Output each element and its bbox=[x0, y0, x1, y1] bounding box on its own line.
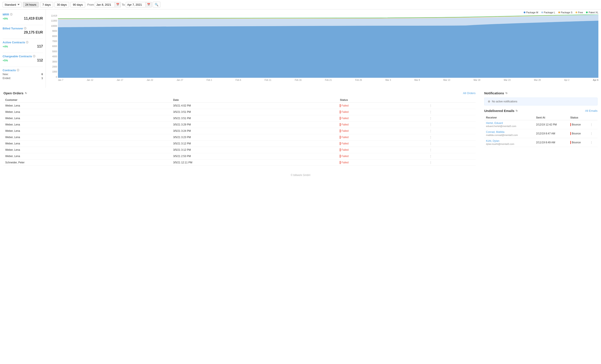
order-status: Failed bbox=[338, 103, 427, 109]
legend-paket-xl: Paket XL bbox=[586, 11, 598, 14]
table-row: Schneider, Peter 3/5/21 12:11 PM Failed … bbox=[3, 160, 476, 166]
notif-empty-text: No active notifications bbox=[492, 100, 517, 103]
email-receiver: Conrad, Matilda matilda.conrad@mental3.c… bbox=[484, 129, 534, 138]
status-bar bbox=[340, 142, 341, 145]
order-date: 3/5/21 3:51 PM bbox=[171, 109, 338, 115]
notif-empty-dot bbox=[488, 101, 490, 103]
undelivered-emails-title: Undelivered Emails ↻ bbox=[484, 109, 518, 113]
contracts-new-row: New: 6 bbox=[3, 73, 43, 76]
status-text: Failed bbox=[341, 111, 349, 113]
chargeable-contracts-info-icon[interactable]: ⓘ bbox=[33, 55, 35, 58]
active-contracts-block: Active Contracts ⓘ +4% 117 bbox=[3, 41, 43, 48]
order-action[interactable]: ⋮ bbox=[427, 147, 476, 153]
status-bar bbox=[340, 111, 341, 113]
order-action[interactable]: ⋮ bbox=[427, 128, 476, 134]
active-contracts-info-icon[interactable]: ⓘ bbox=[26, 41, 28, 44]
notifications-refresh-icon[interactable]: ↻ bbox=[505, 92, 508, 95]
col-email-action bbox=[588, 115, 598, 120]
table-row: Weber, Lena 3/5/21 3:23 PM Failed ⋮ bbox=[3, 134, 476, 141]
notifications-panel: Notifications ↻ No active notifications bbox=[484, 91, 598, 105]
receiver-name-link[interactable]: Kühl, Dylan bbox=[486, 139, 499, 142]
table-row: Weber, Lena 3/5/21 2:53 PM Failed ⋮ bbox=[3, 153, 476, 160]
legend-dot-free bbox=[576, 11, 577, 13]
all-orders-link[interactable]: All Orders bbox=[463, 91, 476, 95]
contracts-info-icon[interactable]: ⓘ bbox=[17, 69, 19, 72]
metrics-sidebar: MRR ⓘ +9% 11,419 EUR Billed Turnover ⓘ 2… bbox=[0, 9, 46, 88]
footer: © billwerk GmbH bbox=[0, 169, 601, 181]
order-action[interactable]: ⋮ bbox=[427, 141, 476, 147]
email-status: Bounce bbox=[569, 129, 588, 138]
notifications-header: Notifications ↻ bbox=[484, 91, 598, 95]
all-emails-link[interactable]: All Emails bbox=[585, 109, 598, 112]
open-orders-refresh-icon[interactable]: ↻ bbox=[25, 92, 27, 95]
undelivered-emails-refresh-icon[interactable]: ↻ bbox=[516, 109, 518, 112]
to-label: To bbox=[122, 3, 125, 6]
order-action[interactable]: ⋮ bbox=[427, 115, 476, 121]
contracts-ended-label: Ended: bbox=[3, 77, 11, 80]
active-contracts-value: 117 bbox=[37, 44, 43, 48]
mrr-info-icon[interactable]: ⓘ bbox=[10, 13, 12, 16]
mrr-value-row: +9% 11,419 EUR bbox=[3, 17, 43, 20]
table-row: Weber, Lena 3/5/21 4:02 PM Failed ⋮ bbox=[3, 103, 476, 109]
order-status: Failed bbox=[338, 134, 427, 141]
email-receiver: Hertel, Eduard eduard.hertel@mental3.com bbox=[484, 120, 534, 129]
to-date-wrapper: 📅 bbox=[126, 2, 152, 7]
order-date: 3/5/21 3:29 PM bbox=[171, 121, 338, 128]
billed-turnover-block: Billed Turnover ⓘ 29,175 EUR bbox=[3, 27, 43, 34]
receiver-email: dylan.kuehl@mental3.com bbox=[486, 143, 514, 145]
status-bar bbox=[340, 148, 341, 152]
billed-turnover-info-icon[interactable]: ⓘ bbox=[24, 27, 26, 30]
order-action[interactable]: ⋮ bbox=[427, 134, 476, 141]
col-receiver: Receiver bbox=[484, 115, 534, 120]
col-date: Date bbox=[171, 98, 338, 103]
status-text: Failed bbox=[341, 136, 349, 139]
chart-svg-container: Jan 7 Jan 12 Jan 17 Jan 22 Jan 27 Feb 1 … bbox=[58, 15, 598, 82]
chart-legend: Package M Package L Package S Free Paket… bbox=[48, 11, 598, 14]
list-item: Hertel, Eduard eduard.hertel@mental3.com… bbox=[484, 120, 598, 129]
email-action[interactable]: ⋮ bbox=[588, 120, 598, 129]
status-bar bbox=[340, 123, 341, 126]
legend-package-s: Package S bbox=[558, 11, 572, 14]
status-bar bbox=[340, 117, 341, 120]
mrr-block: MRR ⓘ +9% 11,419 EUR bbox=[3, 13, 43, 20]
status-text: Failed bbox=[341, 142, 349, 145]
active-contracts-value-row: +4% 117 bbox=[3, 44, 43, 48]
chart-area-package-m bbox=[58, 21, 598, 78]
table-row: Weber, Lena 3/5/21 3:29 PM Failed ⋮ bbox=[3, 121, 476, 128]
from-date-input[interactable] bbox=[95, 2, 115, 7]
col-email-status: Status bbox=[569, 115, 588, 120]
receiver-name-link[interactable]: Conrad, Matilda bbox=[486, 131, 504, 133]
email-sent-at: 2/12/19 12:42 PM bbox=[534, 120, 569, 129]
to-calendar-icon[interactable]: 📅 bbox=[146, 2, 152, 7]
order-action[interactable]: ⋮ bbox=[427, 103, 476, 109]
from-calendar-icon[interactable]: 📅 bbox=[115, 2, 121, 7]
preset-select[interactable]: Standard Custom bbox=[3, 2, 21, 7]
order-action[interactable]: ⋮ bbox=[427, 160, 476, 166]
open-orders-header: Open Orders ↻ All Orders bbox=[3, 91, 476, 95]
order-status: Failed bbox=[338, 147, 427, 153]
order-date: 3/5/21 12:11 PM bbox=[171, 160, 338, 166]
email-action[interactable]: ⋮ bbox=[588, 138, 598, 147]
date-range: From 📅 To 📅 🔍 bbox=[87, 2, 160, 7]
order-customer: Weber, Lena bbox=[3, 147, 171, 153]
receiver-name-link[interactable]: Hertel, Eduard bbox=[486, 121, 503, 125]
30d-button[interactable]: 30 days bbox=[54, 2, 69, 7]
notifications-title: Notifications ↻ bbox=[484, 91, 508, 95]
preset-select-wrapper: Standard Custom bbox=[3, 2, 21, 7]
order-status: Failed bbox=[338, 115, 427, 121]
status-text: Failed bbox=[341, 104, 349, 107]
email-sent-at: 2/11/19 8:49 AM bbox=[534, 138, 569, 147]
24h-button[interactable]: 24 hours bbox=[23, 2, 39, 7]
email-action[interactable]: ⋮ bbox=[588, 129, 598, 138]
order-date: 3/5/21 4:02 PM bbox=[171, 103, 338, 109]
col-customer: Customer bbox=[3, 98, 171, 103]
order-action[interactable]: ⋮ bbox=[427, 109, 476, 115]
receiver-email: matilda.conrad@mental3.com bbox=[486, 134, 518, 136]
90d-button[interactable]: 90 days bbox=[70, 2, 85, 7]
order-action[interactable]: ⋮ bbox=[427, 153, 476, 160]
to-date-input[interactable] bbox=[126, 2, 146, 7]
search-button[interactable]: 🔍 bbox=[153, 2, 160, 7]
order-action[interactable]: ⋮ bbox=[427, 121, 476, 128]
7d-button[interactable]: 7 days bbox=[40, 2, 53, 7]
order-date: 3/5/21 3:12 PM bbox=[171, 141, 338, 147]
